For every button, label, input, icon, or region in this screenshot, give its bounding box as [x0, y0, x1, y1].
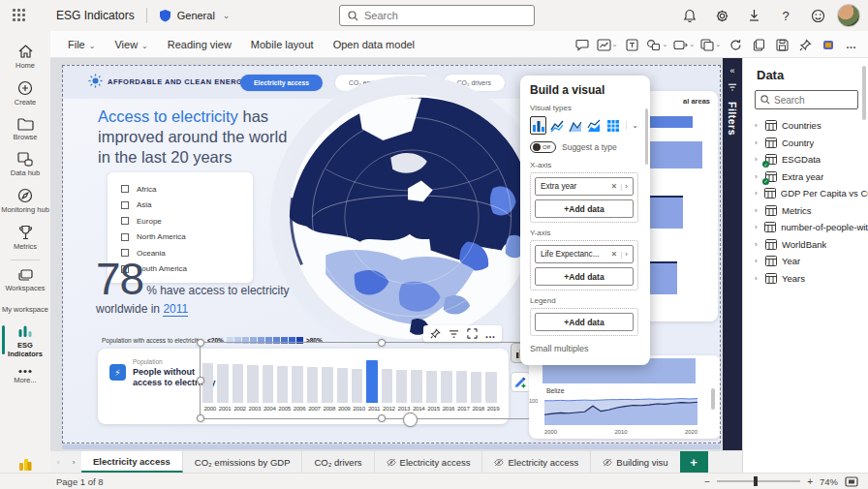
- zoom-slider-thumb[interactable]: [754, 476, 758, 486]
- bar-2011[interactable]: [366, 360, 377, 403]
- region-option-north-america[interactable]: North America: [121, 229, 253, 246]
- workspace-selector[interactable]: General ⌄: [159, 9, 231, 22]
- data-table-esgdata[interactable]: ›✓ESGData: [743, 151, 868, 168]
- page-tab-building-visu-5[interactable]: Building visu: [591, 451, 679, 473]
- sidebar-item-more[interactable]: More...: [0, 364, 50, 390]
- bar-2006[interactable]: [292, 366, 302, 403]
- remove-field-icon[interactable]: ✕: [608, 182, 621, 191]
- sidebar-item-browse[interactable]: Browse: [0, 112, 50, 147]
- add-shapes-icon[interactable]: ⌄: [644, 34, 669, 55]
- menu-item-mobile-layout[interactable]: Mobile layout: [241, 39, 324, 50]
- kpi-year-link[interactable]: 2011: [163, 302, 188, 317]
- bar-2001[interactable]: [217, 364, 228, 403]
- data-table-gdp-per-capita-vs-co2[interactable]: ›GDP Per Capita vs CO2 ...: [743, 185, 868, 202]
- page-tab-co-drivers-2[interactable]: CO₂ drivers: [302, 451, 374, 473]
- data-table-metrics[interactable]: ›Metrics: [743, 202, 868, 220]
- panel-scrollbar-thumb[interactable]: [645, 108, 648, 165]
- globe-map-visual[interactable]: [268, 74, 555, 360]
- visual-type-line-chart[interactable]: [548, 116, 565, 135]
- page-tab-co-emissions-by-gdp-1[interactable]: CO₂ emissions by GDP: [183, 451, 303, 473]
- remove-field-icon[interactable]: ✕: [608, 250, 621, 259]
- zoom-in-button[interactable]: +: [807, 476, 813, 487]
- add-visual-icon[interactable]: ⌄: [595, 34, 620, 55]
- data-table-number-of-people-with[interactable]: ›number-of-people-with...: [743, 219, 868, 236]
- sidebar-item-workspaces[interactable]: Workspaces: [0, 263, 50, 298]
- suggest-type-toggle[interactable]: Off: [530, 141, 556, 153]
- add-data-button[interactable]: +Add data: [535, 199, 634, 218]
- page-tab-electricity-access-4[interactable]: Electricity access: [482, 451, 591, 473]
- expand-pane-icon[interactable]: «: [729, 66, 734, 76]
- sidebar-item-data-hub[interactable]: Data hub: [0, 147, 50, 183]
- new-page-button[interactable]: +: [680, 451, 708, 473]
- notifications-icon[interactable]: [677, 3, 702, 28]
- field-options-icon[interactable]: ›: [622, 182, 628, 191]
- field-options-icon[interactable]: ›: [622, 250, 628, 259]
- horizontal-scrollbar[interactable]: [62, 444, 721, 449]
- chevron-right-icon[interactable]: ›: [755, 223, 760, 231]
- feedback-icon[interactable]: [805, 3, 830, 28]
- tabs-scroll-right-icon[interactable]: ›: [66, 451, 81, 473]
- checkbox-icon[interactable]: [121, 233, 129, 241]
- add-data-button[interactable]: +Add data: [535, 267, 634, 286]
- tabs-scroll-left-icon[interactable]: ‹: [50, 451, 66, 473]
- scrollbar-thumb[interactable]: [711, 388, 715, 410]
- help-icon[interactable]: ?: [773, 3, 798, 28]
- region-option-europe[interactable]: Europe: [121, 213, 253, 229]
- chevron-down-icon[interactable]: ⌄: [689, 41, 695, 48]
- data-table-year[interactable]: ›Year: [743, 253, 868, 270]
- data-table-extra-year[interactable]: ›✓Extra year: [743, 168, 868, 186]
- sidebar-item-my-workspace[interactable]: My workspace: [0, 298, 50, 320]
- bar-2003[interactable]: [247, 365, 258, 403]
- field-pill-extra-year[interactable]: Extra year✕|›: [535, 177, 634, 196]
- more-icon[interactable]: …: [841, 34, 862, 55]
- chevron-right-icon[interactable]: ›: [755, 206, 760, 215]
- chevron-right-icon[interactable]: ›: [755, 121, 760, 130]
- add-textbox-icon[interactable]: [621, 34, 642, 55]
- data-table-years[interactable]: ›Years: [743, 270, 868, 288]
- account-avatar[interactable]: [837, 4, 860, 27]
- pin-icon[interactable]: [794, 34, 816, 55]
- sidebar-item-metrics[interactable]: Metrics: [0, 220, 50, 257]
- data-search-input[interactable]: [774, 95, 852, 106]
- bar-2005[interactable]: [277, 366, 288, 403]
- bar-2019[interactable]: [485, 372, 496, 403]
- chevron-right-icon[interactable]: ›: [755, 172, 760, 181]
- sidebar-item-create[interactable]: Create: [0, 76, 50, 112]
- data-search-box[interactable]: [755, 90, 858, 109]
- chevron-right-icon[interactable]: ›: [755, 240, 760, 249]
- scrollbar-thumb[interactable]: [862, 66, 866, 120]
- filters-pane-collapsed[interactable]: « Filters: [723, 58, 742, 450]
- menu-item-file[interactable]: File⌄: [58, 39, 105, 50]
- menu-item-open-data-model[interactable]: Open data model: [324, 39, 424, 50]
- bar-2002[interactable]: [232, 364, 243, 403]
- bar-2017[interactable]: [456, 371, 467, 403]
- bar-2000[interactable]: [202, 363, 213, 403]
- chevron-right-icon[interactable]: ›: [755, 189, 760, 198]
- chevron-down-icon[interactable]: ⌄: [612, 41, 618, 48]
- bar-2018[interactable]: [471, 372, 481, 403]
- bar-2015[interactable]: [426, 371, 437, 403]
- focus-mode-icon[interactable]: [464, 327, 480, 341]
- visual-type-column-chart[interactable]: [530, 116, 546, 135]
- bar-2004[interactable]: [263, 365, 273, 403]
- bar-2012[interactable]: [382, 369, 392, 403]
- fit-to-page-icon[interactable]: [845, 476, 858, 487]
- pin-visual-icon[interactable]: [427, 327, 443, 341]
- add-buttons-icon[interactable]: ⌄: [671, 34, 697, 55]
- checkbox-icon[interactable]: [121, 217, 129, 225]
- save-icon[interactable]: [771, 34, 792, 55]
- bar-2016[interactable]: [441, 371, 451, 403]
- population-bar-visual[interactable]: ⚡ Population People withoutaccess to ele…: [98, 349, 509, 424]
- search-input[interactable]: [364, 10, 510, 21]
- page-tab-electricity-access-0[interactable]: Electricity access: [81, 451, 183, 473]
- filters-applied-icon[interactable]: [446, 327, 461, 341]
- zoom-slider[interactable]: [717, 480, 800, 482]
- sidebar-item-home[interactable]: Home: [0, 39, 50, 76]
- app-launcher-icon[interactable]: [0, 0, 39, 31]
- global-search[interactable]: [339, 5, 535, 26]
- bar-2007[interactable]: [307, 367, 318, 403]
- download-icon[interactable]: [741, 3, 766, 28]
- chevron-right-icon[interactable]: ›: [755, 274, 760, 283]
- menu-item-view[interactable]: View⌄: [105, 39, 157, 50]
- data-table-worldbank[interactable]: ›WorldBank: [743, 236, 868, 254]
